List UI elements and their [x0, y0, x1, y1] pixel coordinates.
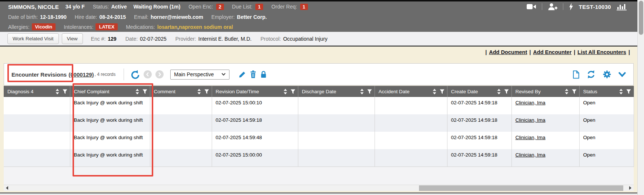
column-label: Status	[583, 89, 618, 94]
patient-name: SIMMONS, NICOLE	[8, 4, 59, 10]
lightning-icon[interactable]	[569, 3, 573, 10]
undo-icon[interactable]	[131, 70, 140, 79]
column-header-status[interactable]: Status	[579, 86, 634, 97]
table-cell	[150, 97, 212, 114]
sort-icon[interactable]	[284, 89, 287, 94]
patient-clinical-row: Allergies: Vicodin Intolerances: LATEX M…	[0, 22, 637, 32]
provider-label: Provider:	[175, 36, 196, 42]
column-header-chief-complaint[interactable]: Chief Complaint	[70, 86, 150, 97]
enc-number-label: Enc #:	[91, 36, 106, 42]
medications-label: Medications:	[126, 24, 155, 30]
table-cell: Back Injury @ work during shift	[70, 97, 150, 114]
encounter-revisions-table: Diagnosis 4 Chief Complaint Comment Revi…	[4, 86, 634, 167]
perspective-selected-value: Main Perspective	[174, 71, 214, 77]
revised-by-link[interactable]: Clinician, Ima	[516, 100, 546, 105]
filter-icon[interactable]	[626, 89, 631, 94]
column-header-create-date[interactable]: Create Date	[447, 86, 511, 97]
table-cell: Open	[579, 114, 634, 132]
view-button[interactable]: View	[62, 33, 83, 44]
open-enc-badge[interactable]: 2	[216, 4, 224, 10]
table-cell	[375, 114, 447, 132]
work-related-visit-button[interactable]: Work Related Visit	[7, 33, 59, 44]
allergy-badge[interactable]: Vicodin	[32, 23, 56, 30]
sort-icon[interactable]	[619, 89, 623, 94]
perspective-select[interactable]: Main Perspective	[170, 70, 229, 80]
add-person-icon[interactable]	[548, 3, 557, 10]
column-header-diagnosis4[interactable]: Diagnosis 4	[4, 86, 70, 97]
vertical-scrollbar[interactable]	[637, 0, 644, 195]
chart-stats-icon[interactable]	[617, 3, 628, 10]
add-encounter-link[interactable]: Add Encounter	[533, 49, 571, 55]
table-row: Back Injury @ work during shift 02-07-20…	[4, 132, 634, 149]
column-header-accident-date[interactable]: Accident Date	[375, 86, 447, 97]
filter-icon[interactable]	[142, 89, 147, 94]
intolerance-badge[interactable]: LATEX	[95, 23, 118, 30]
medication-losartan[interactable]: losartan	[157, 24, 177, 30]
new-document-icon[interactable]	[573, 70, 580, 79]
horizontal-scrollbar-thumb[interactable]	[419, 185, 623, 191]
refresh-icon[interactable]	[587, 70, 596, 79]
table-row: Back Injury @ work during shift 02-07-20…	[4, 149, 634, 167]
table-row: Back Injury @ work during shift 02-07-20…	[4, 114, 634, 132]
sort-icon[interactable]	[56, 89, 59, 94]
app-screen: SIMMONS, NICOLE 34 y/o F Status: Active …	[0, 0, 644, 195]
table-header-row: Diagnosis 4 Chief Complaint Comment Revi…	[4, 86, 634, 97]
horizontal-scrollbar[interactable]	[4, 185, 634, 191]
waiting-room-value[interactable]: Waiting Room (1m)	[133, 4, 180, 10]
pipe-separator: |	[574, 49, 575, 55]
column-header-revision-datetime[interactable]: Revision Date/Time	[212, 86, 298, 97]
revised-by-link[interactable]: Clinician, Ima	[516, 135, 546, 140]
grid-toolbar: Encounter Revisions (0000129) , 4 record…	[4, 63, 634, 85]
column-label: Comment	[154, 89, 196, 94]
delete-trash-icon[interactable]	[250, 70, 256, 78]
scroll-left-icon[interactable]	[5, 186, 9, 190]
collapse-chevron-icon[interactable]	[618, 72, 626, 77]
edit-pencil-icon[interactable]	[238, 71, 246, 78]
employer-label: Employer:	[211, 14, 235, 20]
divider	[124, 68, 124, 80]
medication-naproxen[interactable]: naproxen sodium oral	[179, 24, 233, 30]
email-value: horner@mieweb.com	[151, 14, 203, 20]
sort-icon[interactable]	[497, 89, 501, 94]
pipe-separator: |	[485, 49, 487, 55]
add-document-link[interactable]: Add Document	[489, 49, 527, 55]
sort-icon[interactable]	[135, 89, 139, 94]
filter-icon[interactable]	[204, 89, 209, 94]
grid-chart-id-link[interactable]: (0000129)	[68, 71, 94, 78]
scroll-right-icon[interactable]	[628, 186, 632, 190]
column-header-comment[interactable]: Comment	[150, 86, 212, 97]
filter-icon[interactable]	[572, 89, 577, 94]
nav-forward-icon[interactable]	[155, 70, 164, 78]
revised-by-link[interactable]: Clinician, Ima	[516, 152, 546, 158]
gear-icon[interactable]	[603, 70, 611, 79]
filter-icon[interactable]	[63, 89, 67, 94]
column-header-revised-by[interactable]: Revised By	[511, 86, 579, 97]
table-cell	[298, 132, 375, 149]
vertical-scrollbar-thumb[interactable]	[639, 1, 643, 35]
order-req-badge[interactable]: 1	[300, 4, 308, 10]
table-cell	[298, 114, 375, 132]
status-value: Active	[111, 4, 127, 10]
due-list-badge[interactable]: 1	[255, 4, 263, 10]
filter-icon[interactable]	[440, 89, 445, 94]
employer-value: Better Corp.	[237, 14, 267, 20]
dob-value: 12-18-1990	[40, 14, 67, 20]
sort-icon[interactable]	[360, 89, 364, 94]
sort-icon[interactable]	[565, 89, 568, 94]
nav-back-icon[interactable]	[144, 70, 152, 78]
filter-icon[interactable]	[504, 89, 509, 94]
column-header-discharge-date[interactable]: Discharge Date	[298, 86, 375, 97]
table-cell: Back Injury @ work during shift	[70, 132, 150, 149]
divider	[563, 3, 563, 10]
enc-number-value: 129	[108, 36, 116, 42]
list-all-encounters-link[interactable]: List All Encounters	[577, 49, 626, 55]
sort-icon[interactable]	[433, 89, 436, 94]
filter-icon[interactable]	[367, 89, 372, 94]
patient-age-sex: 34 y/o F	[66, 4, 85, 10]
video-call-icon[interactable]	[527, 4, 536, 10]
filter-icon[interactable]	[291, 89, 295, 94]
sort-icon[interactable]	[197, 89, 201, 94]
lock-icon[interactable]	[260, 70, 267, 78]
revised-by-link[interactable]: Clinician, Ima	[516, 117, 546, 123]
table-cell: 02-07-2025 14:59:18	[447, 114, 511, 132]
